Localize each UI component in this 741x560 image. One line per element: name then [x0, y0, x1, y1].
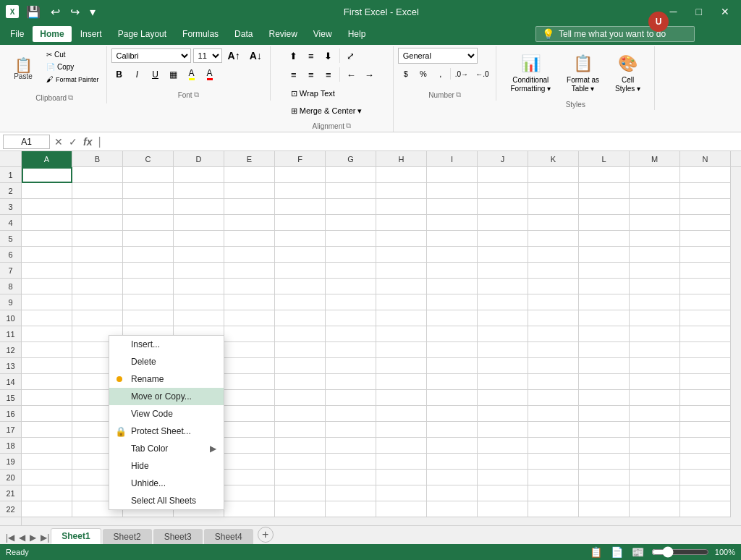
cell-B10[interactable]	[72, 310, 123, 326]
row-header-17[interactable]: 17	[0, 422, 21, 438]
cell-N5[interactable]	[680, 231, 731, 247]
row-header-21[interactable]: 21	[0, 485, 21, 501]
cell-H3[interactable]	[376, 199, 427, 215]
cell-N11[interactable]	[680, 326, 731, 342]
cell-M4[interactable]	[630, 215, 680, 231]
cell-A16[interactable]	[22, 406, 72, 422]
cell-K5[interactable]	[528, 231, 579, 247]
col-header-E[interactable]: E	[224, 151, 275, 167]
cell-K11[interactable]	[528, 326, 579, 342]
merge-center-btn[interactable]: ⊞ Merge & Center ▾	[286, 103, 378, 119]
cell-G18[interactable]	[326, 438, 376, 454]
cell-C10[interactable]	[123, 310, 174, 326]
cell-M17[interactable]	[630, 422, 680, 438]
cell-H8[interactable]	[376, 279, 427, 294]
cell-E15[interactable]	[224, 390, 275, 406]
wrap-text-btn[interactable]: ⊡ Wrap Text	[286, 85, 378, 101]
cell-K7[interactable]	[528, 263, 579, 279]
clipboard-expand-icon[interactable]: ⧉	[68, 93, 73, 102]
customize-qat-btn[interactable]: ▾	[87, 4, 98, 20]
cell-M19[interactable]	[630, 454, 680, 470]
menu-file[interactable]: File	[3, 26, 31, 42]
cell-B5[interactable]	[72, 231, 123, 247]
col-header-H[interactable]: H	[376, 151, 427, 167]
align-bottom-btn[interactable]: ⬇	[321, 48, 336, 64]
formula-cancel-btn[interactable]: ✕	[53, 136, 64, 148]
number-format-select[interactable]: General Number Currency Accounting Short…	[398, 48, 478, 64]
cell-M10[interactable]	[630, 310, 680, 326]
restore-btn[interactable]: □	[690, 4, 708, 19]
cell-K3[interactable]	[528, 199, 579, 215]
cell-I12[interactable]	[427, 342, 478, 358]
cell-C8[interactable]	[123, 279, 174, 294]
cell-M8[interactable]	[630, 279, 680, 294]
cell-G1[interactable]	[326, 167, 376, 183]
sheet-tab-sheet4[interactable]: Sheet4	[204, 529, 253, 544]
cell-A7[interactable]	[22, 263, 72, 279]
align-center-btn[interactable]: ≡	[303, 67, 319, 82]
dec-increase-btn[interactable]: .0→	[452, 66, 471, 82]
row-header-9[interactable]: 9	[0, 294, 21, 310]
cell-G5[interactable]	[326, 231, 376, 247]
cell-J1[interactable]	[478, 167, 528, 183]
cell-J19[interactable]	[478, 454, 528, 470]
cell-I22[interactable]	[427, 501, 478, 517]
cell-A19[interactable]	[22, 454, 72, 470]
cell-E5[interactable]	[224, 231, 275, 247]
comma-btn[interactable]: ,	[433, 66, 449, 82]
cell-J17[interactable]	[478, 422, 528, 438]
cell-F15[interactable]	[275, 390, 326, 406]
currency-btn[interactable]: $	[398, 66, 414, 82]
cell-N10[interactable]	[680, 310, 731, 326]
cell-J6[interactable]	[478, 247, 528, 263]
cell-M5[interactable]	[630, 231, 680, 247]
row-header-1[interactable]: 1	[0, 167, 21, 183]
cell-M18[interactable]	[630, 438, 680, 454]
cell-A2[interactable]	[22, 183, 72, 199]
cell-L19[interactable]	[579, 454, 630, 470]
ctx-protect-sheet[interactable]: 🔒 Protect Sheet...	[109, 423, 224, 440]
cell-F10[interactable]	[275, 310, 326, 326]
sheet-scroll-next[interactable]: ▶	[28, 531, 38, 544]
cell-E16[interactable]	[224, 406, 275, 422]
cell-K15[interactable]	[528, 390, 579, 406]
cell-I8[interactable]	[427, 279, 478, 294]
page-layout-view-btn[interactable]: 📄	[609, 546, 624, 558]
cell-J13[interactable]	[478, 358, 528, 374]
menu-review[interactable]: Review	[261, 26, 304, 42]
inc-indent-btn[interactable]: →	[361, 67, 378, 82]
cell-A12[interactable]	[22, 342, 72, 358]
cell-N1[interactable]	[680, 167, 731, 183]
cell-F19[interactable]	[275, 454, 326, 470]
cell-A9[interactable]	[22, 294, 72, 310]
cell-G9[interactable]	[326, 294, 376, 310]
cell-N19[interactable]	[680, 454, 731, 470]
cell-E14[interactable]	[224, 374, 275, 390]
cell-A20[interactable]	[22, 470, 72, 485]
cell-H19[interactable]	[376, 454, 427, 470]
cell-I13[interactable]	[427, 358, 478, 374]
fill-color-btn[interactable]: A	[184, 67, 200, 82]
align-left-btn[interactable]: ≡	[286, 67, 302, 82]
cell-K1[interactable]	[528, 167, 579, 183]
col-header-K[interactable]: K	[528, 151, 579, 167]
cell-C7[interactable]	[123, 263, 174, 279]
cell-F21[interactable]	[275, 485, 326, 501]
font-size-select[interactable]: 11	[193, 48, 222, 63]
cell-N7[interactable]	[680, 263, 731, 279]
row-header-2[interactable]: 2	[0, 183, 21, 199]
cell-A5[interactable]	[22, 231, 72, 247]
cell-I11[interactable]	[427, 326, 478, 342]
cell-G21[interactable]	[326, 485, 376, 501]
cell-G8[interactable]	[326, 279, 376, 294]
cell-J10[interactable]	[478, 310, 528, 326]
cell-J20[interactable]	[478, 470, 528, 485]
cell-F20[interactable]	[275, 470, 326, 485]
row-header-14[interactable]: 14	[0, 374, 21, 390]
cell-G19[interactable]	[326, 454, 376, 470]
cell-J12[interactable]	[478, 342, 528, 358]
row-header-18[interactable]: 18	[0, 438, 21, 454]
cell-I6[interactable]	[427, 247, 478, 263]
cell-E1[interactable]	[224, 167, 275, 183]
cell-D1[interactable]	[174, 167, 224, 183]
